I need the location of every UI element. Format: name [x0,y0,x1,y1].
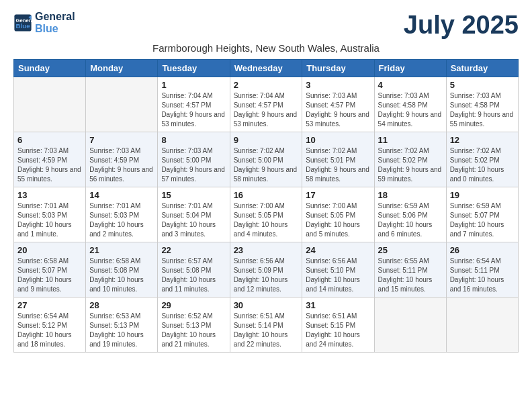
day-info: Sunrise: 7:04 AMSunset: 4:57 PMDaylight:… [161,91,226,129]
calendar-day-cell: 11Sunrise: 7:02 AMSunset: 5:02 PMDayligh… [374,132,446,187]
day-info: Sunrise: 7:02 AMSunset: 5:00 PMDaylight:… [234,146,299,184]
calendar-day-cell: 9Sunrise: 7:02 AMSunset: 5:00 PMDaylight… [230,132,302,187]
calendar-day-cell: 8Sunrise: 7:03 AMSunset: 5:00 PMDaylight… [158,132,230,187]
day-number: 5 [450,80,515,90]
day-info: Sunrise: 6:54 AMSunset: 5:11 PMDaylight:… [450,257,515,294]
day-info: Sunrise: 7:01 AMSunset: 5:03 PMDaylight:… [17,201,82,239]
day-number: 21 [89,245,154,255]
calendar-day-cell: 18Sunrise: 6:59 AMSunset: 5:06 PMDayligh… [374,187,446,242]
day-of-week-header: Monday [86,60,158,77]
day-number: 12 [450,135,515,145]
calendar-day-cell: 19Sunrise: 6:59 AMSunset: 5:07 PMDayligh… [446,187,518,242]
calendar-day-cell: 15Sunrise: 7:01 AMSunset: 5:04 PMDayligh… [158,187,230,242]
day-info: Sunrise: 6:54 AMSunset: 5:12 PMDaylight:… [17,312,82,349]
day-number: 17 [306,190,370,200]
day-info: Sunrise: 6:52 AMSunset: 5:13 PMDaylight:… [161,312,226,349]
day-number: 20 [17,245,82,255]
calendar-day-cell: 16Sunrise: 7:00 AMSunset: 5:05 PMDayligh… [230,187,302,242]
logo-icon: General Blue [13,13,32,32]
calendar-day-cell: 6Sunrise: 7:03 AMSunset: 4:59 PMDaylight… [14,132,86,187]
month-title: July 2025 [404,11,519,40]
day-number: 8 [161,135,226,145]
day-number: 22 [161,245,226,255]
day-number: 1 [161,80,226,90]
day-info: Sunrise: 6:53 AMSunset: 5:13 PMDaylight:… [89,312,154,349]
day-number: 13 [17,190,82,200]
day-info: Sunrise: 7:03 AMSunset: 4:59 PMDaylight:… [89,146,154,184]
day-number: 3 [306,80,370,90]
day-of-week-header: Friday [374,60,446,77]
day-info: Sunrise: 7:01 AMSunset: 5:04 PMDaylight:… [161,201,226,239]
day-of-week-header: Tuesday [158,60,230,77]
calendar-week-row: 6Sunrise: 7:03 AMSunset: 4:59 PMDaylight… [14,132,519,187]
day-info: Sunrise: 7:03 AMSunset: 4:57 PMDaylight:… [306,91,370,129]
calendar-header-row: SundayMondayTuesdayWednesdayThursdayFrid… [14,60,519,77]
day-info: Sunrise: 6:59 AMSunset: 5:07 PMDaylight:… [450,201,515,239]
calendar-day-cell: 28Sunrise: 6:53 AMSunset: 5:13 PMDayligh… [86,298,158,353]
day-number: 18 [378,190,443,200]
calendar-day-cell [86,77,158,132]
day-number: 24 [306,245,370,255]
calendar-day-cell: 14Sunrise: 7:01 AMSunset: 5:03 PMDayligh… [86,187,158,242]
calendar-day-cell: 24Sunrise: 6:56 AMSunset: 5:10 PMDayligh… [302,242,374,298]
day-info: Sunrise: 6:51 AMSunset: 5:15 PMDaylight:… [306,312,370,349]
calendar-day-cell: 1Sunrise: 7:04 AMSunset: 4:57 PMDaylight… [158,77,230,132]
day-number: 7 [89,135,154,145]
header: General Blue General Blue July 2025 [13,11,519,40]
day-info: Sunrise: 7:02 AMSunset: 5:02 PMDaylight:… [450,146,515,184]
calendar-day-cell: 13Sunrise: 7:01 AMSunset: 5:03 PMDayligh… [14,187,86,242]
day-info: Sunrise: 6:57 AMSunset: 5:08 PMDaylight:… [161,257,226,294]
calendar-day-cell: 7Sunrise: 7:03 AMSunset: 4:59 PMDaylight… [86,132,158,187]
day-number: 25 [378,245,443,255]
day-number: 14 [89,190,154,200]
calendar: SundayMondayTuesdayWednesdayThursdayFrid… [13,59,519,353]
calendar-day-cell: 4Sunrise: 7:03 AMSunset: 4:58 PMDaylight… [374,77,446,132]
day-of-week-header: Wednesday [230,60,302,77]
calendar-week-row: 1Sunrise: 7:04 AMSunset: 4:57 PMDaylight… [14,77,519,132]
calendar-day-cell: 26Sunrise: 6:54 AMSunset: 5:11 PMDayligh… [446,242,518,298]
calendar-day-cell: 2Sunrise: 7:04 AMSunset: 4:57 PMDaylight… [230,77,302,132]
day-info: Sunrise: 7:00 AMSunset: 5:05 PMDaylight:… [234,201,299,239]
day-number: 4 [378,80,443,90]
calendar-day-cell: 27Sunrise: 6:54 AMSunset: 5:12 PMDayligh… [14,298,86,353]
calendar-week-row: 13Sunrise: 7:01 AMSunset: 5:03 PMDayligh… [14,187,519,242]
day-number: 19 [450,190,515,200]
day-info: Sunrise: 6:56 AMSunset: 5:09 PMDaylight:… [234,257,299,294]
day-number: 30 [234,300,299,310]
day-info: Sunrise: 7:03 AMSunset: 5:00 PMDaylight:… [161,146,226,184]
calendar-day-cell [14,77,86,132]
calendar-day-cell: 29Sunrise: 6:52 AMSunset: 5:13 PMDayligh… [158,298,230,353]
day-info: Sunrise: 6:55 AMSunset: 5:11 PMDaylight:… [378,257,443,294]
day-number: 23 [234,245,299,255]
calendar-day-cell [374,298,446,353]
day-info: Sunrise: 7:00 AMSunset: 5:05 PMDaylight:… [306,201,370,239]
day-of-week-header: Thursday [302,60,374,77]
calendar-week-row: 27Sunrise: 6:54 AMSunset: 5:12 PMDayligh… [14,298,519,353]
day-number: 11 [378,135,443,145]
calendar-day-cell: 3Sunrise: 7:03 AMSunset: 4:57 PMDaylight… [302,77,374,132]
calendar-day-cell: 5Sunrise: 7:03 AMSunset: 4:58 PMDaylight… [446,77,518,132]
day-number: 27 [17,300,82,310]
calendar-day-cell: 30Sunrise: 6:51 AMSunset: 5:14 PMDayligh… [230,298,302,353]
logo: General Blue General Blue [13,11,75,36]
logo-line2: Blue [35,23,75,35]
day-of-week-header: Saturday [446,60,518,77]
day-info: Sunrise: 7:02 AMSunset: 5:02 PMDaylight:… [378,146,443,184]
day-number: 2 [234,80,299,90]
day-number: 15 [161,190,226,200]
day-number: 16 [234,190,299,200]
calendar-day-cell: 23Sunrise: 6:56 AMSunset: 5:09 PMDayligh… [230,242,302,298]
day-number: 9 [234,135,299,145]
day-info: Sunrise: 7:04 AMSunset: 4:57 PMDaylight:… [234,91,299,129]
calendar-day-cell: 25Sunrise: 6:55 AMSunset: 5:11 PMDayligh… [374,242,446,298]
day-number: 6 [17,135,82,145]
day-info: Sunrise: 6:56 AMSunset: 5:10 PMDaylight:… [306,257,370,294]
logo-line1: General [35,11,75,23]
calendar-day-cell: 21Sunrise: 6:58 AMSunset: 5:08 PMDayligh… [86,242,158,298]
day-number: 31 [306,300,370,310]
calendar-day-cell: 20Sunrise: 6:58 AMSunset: 5:07 PMDayligh… [14,242,86,298]
calendar-week-row: 20Sunrise: 6:58 AMSunset: 5:07 PMDayligh… [14,242,519,298]
day-of-week-header: Sunday [14,60,86,77]
day-info: Sunrise: 6:59 AMSunset: 5:06 PMDaylight:… [378,201,443,239]
day-info: Sunrise: 7:03 AMSunset: 4:58 PMDaylight:… [450,91,515,129]
